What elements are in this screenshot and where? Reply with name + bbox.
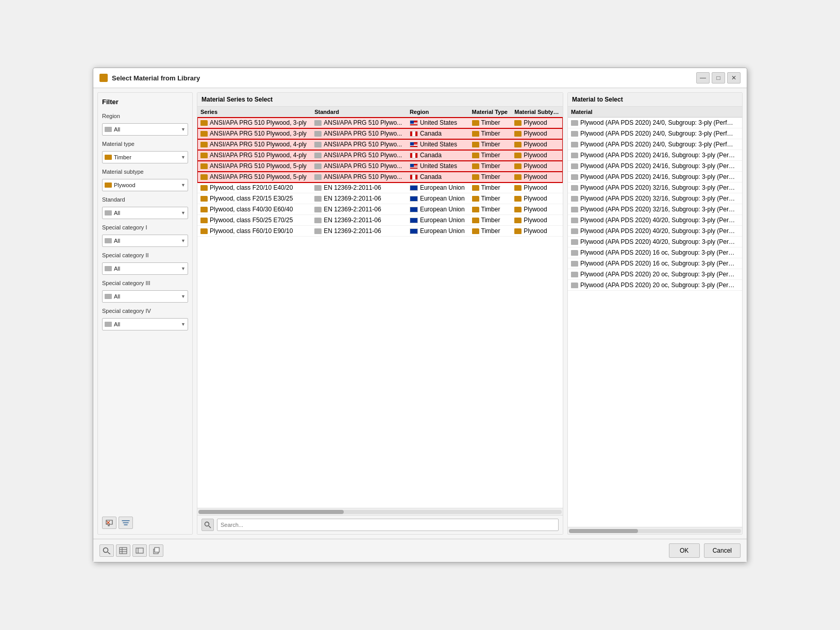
material-subtype-cell: Plywood <box>511 139 563 150</box>
special-cat3-select[interactable]: All ▼ <box>102 290 188 303</box>
app-icon <box>99 74 108 82</box>
list-item[interactable]: Plywood (APA PDS 2020) 40/20, Subgroup: … <box>568 226 742 237</box>
series-scrollbar[interactable] <box>197 508 563 515</box>
filter-bottom: ✕ <box>102 517 188 529</box>
series-cell: Plywood, class F40/30 E60/40 <box>197 204 311 215</box>
material-cell: Plywood (APA PDS 2020) 32/16, Subgroup: … <box>568 204 742 215</box>
list-item[interactable]: Plywood (APA PDS 2020) 40/20, Subgroup: … <box>568 215 742 226</box>
material-type-cell: Timber <box>469 161 512 172</box>
series-table-wrapper[interactable]: Series Standard Region Material Type Mat… <box>197 107 563 508</box>
col-material-type: Material Type <box>469 107 512 118</box>
material-cell: Plywood (APA PDS 2020) 20 oc, Subgroup: … <box>568 269 742 280</box>
table-row[interactable]: Plywood, class F40/30 E60/40EN 12369-2:2… <box>197 204 563 215</box>
list-item[interactable]: Plywood (APA PDS 2020) 32/16, Subgroup: … <box>568 183 742 193</box>
special-cat2-icon <box>105 266 112 271</box>
svg-point-1 <box>205 522 209 526</box>
list-item[interactable]: Plywood (APA PDS 2020) 20 oc, Subgroup: … <box>568 269 742 280</box>
minimize-button[interactable]: — <box>696 72 710 84</box>
material-type-cell: Timber <box>469 139 512 150</box>
col-region: Region <box>407 107 469 118</box>
standard-cell: ANSI/APA PRG 510 Plywo... <box>311 150 407 161</box>
special-cat2-value: All <box>114 266 179 272</box>
search-bottom-button[interactable] <box>99 544 114 557</box>
list-item[interactable]: Plywood (APA PDS 2020) 32/16, Subgroup: … <box>568 204 742 215</box>
us-flag-icon <box>410 120 418 126</box>
search-input[interactable] <box>217 519 559 531</box>
material-type-cell: Timber <box>469 204 512 215</box>
material-cell: Plywood (APA PDS 2020) 24/0, Subgroup: 3… <box>568 118 742 128</box>
us-flag-icon <box>410 142 418 147</box>
region-cell: Canada <box>407 128 469 139</box>
material-table-wrapper[interactable]: Material Plywood (APA PDS 2020) 24/0, Su… <box>568 107 742 527</box>
list-item[interactable]: Plywood (APA PDS 2020) 20 oc, Subgroup: … <box>568 280 742 291</box>
list-item[interactable]: Plywood (APA PDS 2020) 24/16, Subgroup: … <box>568 161 742 172</box>
eu-flag-icon <box>410 228 418 234</box>
special-cat4-arrow: ▼ <box>181 322 186 327</box>
search-icon-button[interactable] <box>201 519 214 531</box>
list-item[interactable]: Plywood (APA PDS 2020) 24/0, Subgroup: 3… <box>568 128 742 139</box>
table-row[interactable]: Plywood, class F60/10 E90/10EN 12369-2:2… <box>197 226 563 237</box>
standard-cell: ANSI/APA PRG 510 Plywo... <box>311 139 407 150</box>
list-item[interactable]: Plywood (APA PDS 2020) 24/0, Subgroup: 3… <box>568 139 742 150</box>
region-select[interactable]: All ▼ <box>102 123 188 136</box>
list-item[interactable]: Plywood (APA PDS 2020) 24/16, Subgroup: … <box>568 172 742 183</box>
material-subtype-cell: Plywood <box>511 193 563 204</box>
ok-button[interactable]: OK <box>669 543 700 558</box>
special-cat1-select[interactable]: All ▼ <box>102 235 188 247</box>
material-type-label: Material type <box>102 141 188 147</box>
standard-icon <box>105 210 112 215</box>
material-cell: Plywood (APA PDS 2020) 20 oc, Subgroup: … <box>568 280 742 291</box>
copy-button[interactable] <box>149 544 163 557</box>
material-cell: Plywood (APA PDS 2020) 24/0, Subgroup: 3… <box>568 128 742 139</box>
list-item[interactable]: Plywood (APA PDS 2020) 24/16, Subgroup: … <box>568 150 742 161</box>
list-item[interactable]: Plywood (APA PDS 2020) 16 oc, Subgroup: … <box>568 258 742 269</box>
list-item[interactable]: Plywood (APA PDS 2020) 16 oc, Subgroup: … <box>568 247 742 258</box>
material-subtype-icon <box>105 183 112 188</box>
material-table: Material Plywood (APA PDS 2020) 24/0, Su… <box>568 107 742 291</box>
list-item[interactable]: Plywood (APA PDS 2020) 40/20, Subgroup: … <box>568 237 742 247</box>
table-row[interactable]: ANSI/APA PRG 510 Plywood, 5-plyANSI/APA … <box>197 161 563 172</box>
series-cell: ANSI/APA PRG 510 Plywood, 5-ply <box>197 161 311 172</box>
table-row[interactable]: Plywood, class F20/10 E40/20EN 12369-2:2… <box>197 183 563 193</box>
cancel-button[interactable]: Cancel <box>704 543 741 558</box>
special-cat4-value: All <box>114 321 179 327</box>
material-panel-header: Material to Select <box>568 93 742 107</box>
clear-filter-button[interactable]: ✕ <box>102 517 116 529</box>
table-row[interactable]: Plywood, class F50/25 E70/25EN 12369-2:2… <box>197 215 563 226</box>
material-subtype-label: Material subtype <box>102 169 188 175</box>
svg-line-4 <box>108 552 110 554</box>
material-type-value: Timber <box>114 154 179 160</box>
maximize-button[interactable]: □ <box>712 72 725 84</box>
close-button[interactable]: ✕ <box>727 72 741 84</box>
ca-flag-icon <box>410 153 418 158</box>
table-row[interactable]: ANSI/APA PRG 510 Plywood, 5-plyANSI/APA … <box>197 172 563 183</box>
standard-select[interactable]: All ▼ <box>102 207 188 219</box>
table-row[interactable]: ANSI/APA PRG 510 Plywood, 4-plyANSI/APA … <box>197 150 563 161</box>
region-cell: Canada <box>407 150 469 161</box>
material-type-select[interactable]: Timber ▼ <box>102 151 188 163</box>
special-cat4-select[interactable]: All ▼ <box>102 318 188 330</box>
bottom-bar: OK Cancel <box>93 539 747 562</box>
table-row[interactable]: Plywood, class F20/15 E30/25EN 12369-2:2… <box>197 193 563 204</box>
series-cell: ANSI/APA PRG 510 Plywood, 5-ply <box>197 172 311 183</box>
list-view-button[interactable] <box>132 544 147 557</box>
table-row[interactable]: ANSI/APA PRG 510 Plywood, 3-plyANSI/APA … <box>197 128 563 139</box>
special-cat2-arrow: ▼ <box>181 266 186 271</box>
series-cell: ANSI/APA PRG 510 Plywood, 3-ply <box>197 118 311 128</box>
material-subtype-select[interactable]: Plywood ▼ <box>102 179 188 191</box>
material-table-header-row: Material <box>568 107 742 118</box>
special-cat4-icon <box>105 322 112 327</box>
table-view-button[interactable] <box>116 544 130 557</box>
standard-cell: EN 12369-2:2011-06 <box>311 193 407 204</box>
special-cat2-select[interactable]: All ▼ <box>102 262 188 275</box>
material-type-cell: Timber <box>469 215 512 226</box>
table-row[interactable]: ANSI/APA PRG 510 Plywood, 4-plyANSI/APA … <box>197 139 563 150</box>
filter-options-button[interactable] <box>119 517 133 529</box>
col-series: Series <box>197 107 311 118</box>
series-cell: Plywood, class F60/10 E90/10 <box>197 226 311 237</box>
table-row[interactable]: ANSI/APA PRG 510 Plywood, 3-plyANSI/APA … <box>197 118 563 128</box>
col-material-subtype: Material Subty… <box>511 107 563 118</box>
list-item[interactable]: Plywood (APA PDS 2020) 32/16, Subgroup: … <box>568 193 742 204</box>
material-scrollbar[interactable] <box>568 527 742 534</box>
list-item[interactable]: Plywood (APA PDS 2020) 24/0, Subgroup: 3… <box>568 118 742 128</box>
